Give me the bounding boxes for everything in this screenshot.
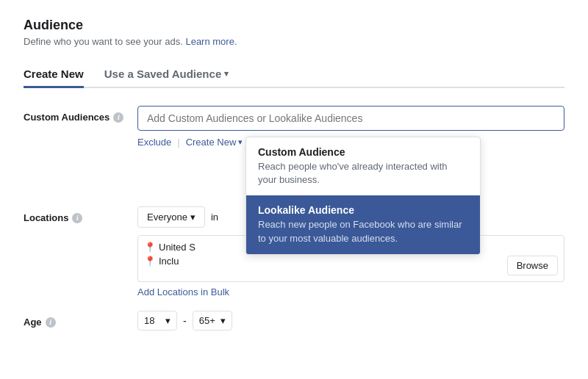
age-info-icon[interactable]: i (46, 317, 56, 328)
dropdown-item-lookalike-audience[interactable]: Lookalike Audience Reach new people on F… (246, 195, 480, 253)
locations-info-icon[interactable]: i (72, 213, 82, 223)
chevron-down-icon: ▾ (165, 315, 171, 326)
browse-button[interactable]: Browse (507, 256, 558, 275)
age-dash: - (183, 315, 187, 327)
chevron-down-icon: ▾ (238, 137, 243, 147)
everyone-dropdown-button[interactable]: Everyone ▾ (137, 206, 205, 228)
age-from-select[interactable]: 18 ▾ (137, 311, 177, 331)
location-pin-icon: 📍 (144, 242, 156, 253)
create-new-dropdown-button[interactable]: Create New ▾ (186, 137, 243, 148)
custom-audiences-content: Exclude | Create New ▾ Custom Audience R… (137, 106, 564, 148)
location-tag-include: 📍 Inclu (144, 256, 558, 267)
location-pin-icon-2: 📍 (144, 256, 156, 267)
age-content: 18 ▾ - 65+ ▾ (137, 311, 232, 331)
chevron-down-icon: ▾ (224, 69, 229, 79)
tabs: Create New Use a Saved Audience ▾ (24, 62, 564, 88)
section-subtitle: Define who you want to see your ads. Lea… (24, 36, 564, 47)
chevron-down-icon: ▾ (190, 212, 196, 223)
create-new-dropdown-menu: Custom Audience Reach people who've alre… (245, 137, 481, 255)
divider: | (177, 137, 179, 148)
learn-more-link[interactable]: Learn more. (185, 36, 237, 47)
age-label: Age i (24, 311, 137, 328)
add-locations-link[interactable]: Add Locations in Bulk (137, 286, 229, 297)
age-to-select[interactable]: 65+ ▾ (193, 311, 232, 331)
chevron-down-icon: ▾ (220, 315, 226, 326)
dropdown-item-custom-audience[interactable]: Custom Audience Reach people who've alre… (246, 137, 480, 195)
custom-audience-desc: Reach people who've already interacted w… (258, 160, 468, 187)
custom-audiences-input[interactable] (137, 106, 564, 131)
united-states-tag: United S (159, 242, 196, 253)
locations-label: Locations i (24, 206, 137, 223)
lookalike-audience-desc: Reach new people on Facebook who are sim… (258, 218, 468, 245)
tab-create-new[interactable]: Create New (24, 62, 84, 88)
age-row: Age i 18 ▾ - 65+ ▾ (24, 311, 564, 331)
page-title: Audience (24, 18, 564, 33)
section-header: Audience Define who you want to see your… (24, 18, 564, 47)
custom-audiences-row: Custom Audiences i Exclude | Create New … (24, 106, 564, 148)
lookalike-audience-title: Lookalike Audience (258, 204, 468, 216)
custom-audience-title: Custom Audience (258, 146, 468, 158)
location-input-placeholder: in (211, 212, 218, 223)
exclude-link[interactable]: Exclude (137, 137, 171, 148)
tab-use-saved[interactable]: Use a Saved Audience ▾ (104, 62, 229, 88)
custom-audiences-info-icon[interactable]: i (113, 112, 123, 123)
include-tag: Inclu (159, 256, 179, 267)
custom-audiences-label: Custom Audiences i (24, 106, 137, 123)
